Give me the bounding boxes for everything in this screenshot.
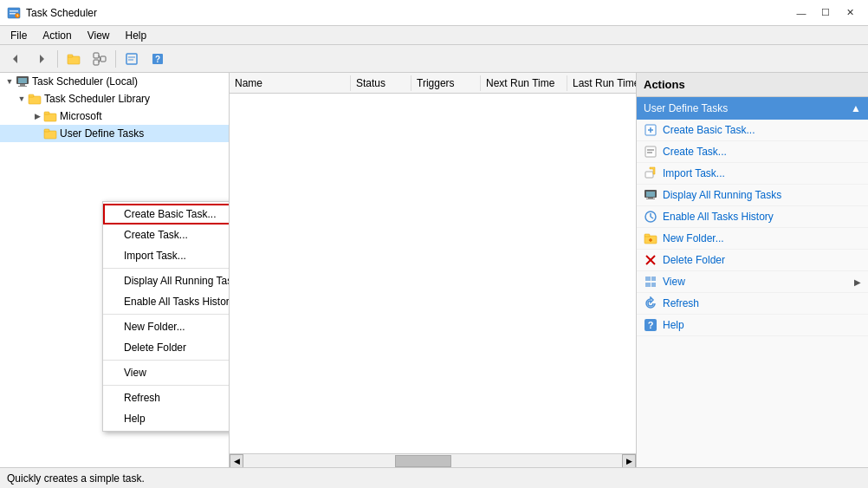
actions-section-header[interactable]: User Define Tasks ▲ [637, 97, 868, 120]
menu-bar: File Action View Help [0, 26, 868, 45]
ctx-view-label: View [124, 367, 146, 379]
status-text: Quickly creates a simple task. [7, 472, 145, 485]
svg-rect-7 [68, 55, 73, 57]
svg-rect-21 [18, 86, 27, 87]
action-create-task[interactable]: Create Task... [637, 141, 868, 163]
table-header: Name Status Triggers Next Run Time Last … [230, 73, 636, 94]
scroll-left-arrow[interactable]: ◀ [230, 454, 243, 468]
svg-text:?: ? [155, 55, 160, 64]
svg-rect-13 [126, 54, 137, 64]
actions-title-text: Actions [644, 78, 685, 91]
scrollbar-thumb[interactable] [395, 455, 452, 467]
folder-icon [67, 52, 81, 66]
menu-file[interactable]: File [3, 28, 34, 43]
menu-view[interactable]: View [81, 28, 117, 43]
ctx-sep-4 [103, 385, 230, 386]
ctx-create-task[interactable]: Create Task... [103, 224, 230, 245]
ctx-help[interactable]: Help [103, 408, 230, 429]
action-view[interactable]: View ▶ [637, 271, 868, 293]
display-running-icon [644, 188, 657, 202]
ctx-delete-folder[interactable]: Delete Folder [103, 337, 230, 358]
tree-root[interactable]: ▼ Task Scheduler (Local) [0, 73, 229, 90]
center-panel: Name Status Triggers Next Run Time Last … [230, 73, 636, 467]
back-icon [9, 52, 23, 66]
userdef-folder-icon [43, 127, 57, 140]
toolbar: ? [0, 45, 868, 73]
action-help[interactable]: ? Help [637, 315, 868, 336]
action-display-running[interactable]: Display All Running Tasks [637, 185, 868, 206]
delete-folder-icon [644, 253, 657, 267]
forward-button[interactable] [29, 49, 54, 69]
toolbar-separator-1 [57, 50, 58, 68]
action-new-folder[interactable]: New Folder... [637, 228, 868, 250]
col-name: Name [230, 75, 351, 91]
action-import-task[interactable]: Import Task... [637, 163, 868, 185]
svg-line-41 [651, 217, 653, 218]
svg-rect-36 [646, 192, 655, 197]
ctx-new-folder[interactable]: New Folder... [103, 316, 230, 337]
h-scrollbar[interactable]: ◀ ▶ [230, 453, 636, 467]
ctx-sep-3 [103, 360, 230, 361]
ctx-enable-history[interactable]: Enable All Tasks History [103, 291, 230, 312]
tree-root-label: Task Scheduler (Local) [32, 75, 138, 88]
help-icon: ? [644, 318, 657, 332]
scroll-right-arrow[interactable]: ▶ [622, 454, 636, 468]
action-delete-folder[interactable]: Delete Folder [637, 250, 868, 271]
ctx-create-basic-label: Create Basic Task... [124, 208, 217, 220]
app-icon [7, 6, 21, 20]
ctx-import-task[interactable]: Import Task... [103, 245, 230, 266]
ctx-display-running[interactable]: Display All Running Tasks [103, 270, 230, 291]
minimize-button[interactable]: — [790, 4, 813, 22]
ctx-create-basic[interactable]: Create Basic Task... [103, 204, 230, 224]
ctx-help-label: Help [124, 413, 146, 425]
window-controls: — ☐ ✕ [790, 4, 861, 22]
folder-button[interactable] [62, 49, 86, 69]
svg-rect-37 [648, 198, 653, 198]
action-delete-folder-label: Delete Folder [663, 254, 861, 266]
tree-library[interactable]: ▼ Task Scheduler Library [0, 90, 229, 107]
action-import-label: Import Task... [663, 167, 861, 179]
svg-rect-1 [10, 10, 18, 12]
action-create-basic-label: Create Basic Task... [663, 124, 861, 136]
help-toolbar-button[interactable]: ? [146, 49, 170, 69]
ctx-view[interactable]: View ▶ [103, 362, 230, 383]
ctx-create-task-label: Create Task... [124, 229, 188, 241]
ctx-sep-1 [103, 268, 230, 269]
svg-rect-10 [100, 56, 106, 62]
create-basic-icon [644, 123, 657, 137]
col-triggers: Triggers [411, 75, 481, 91]
actions-section-label: User Define Tasks [644, 102, 728, 114]
svg-rect-49 [651, 277, 656, 281]
tree-user-define[interactable]: ▶ User Define Tasks [0, 125, 229, 142]
library-expand-arrow: ▼ [16, 93, 28, 105]
library-folder-icon [28, 92, 42, 106]
svg-rect-22 [29, 96, 41, 104]
view-icon [644, 275, 657, 289]
action-help-label: Help [663, 319, 861, 331]
ctx-refresh[interactable]: Refresh [103, 387, 230, 408]
action-new-folder-label: New Folder... [663, 232, 861, 244]
svg-rect-9 [94, 60, 99, 65]
toolbar-separator-2 [115, 50, 116, 68]
action-view-label: View [663, 276, 849, 288]
maximize-button[interactable]: ☐ [814, 4, 837, 22]
close-button[interactable]: ✕ [839, 4, 861, 22]
back-button[interactable] [3, 49, 28, 69]
tree-toggle-button[interactable] [87, 49, 112, 69]
tree-library-label: Task Scheduler Library [44, 93, 150, 105]
svg-text:?: ? [648, 320, 654, 330]
col-last-run: Last Run Time [567, 75, 636, 91]
menu-action[interactable]: Action [36, 28, 78, 43]
svg-rect-27 [44, 129, 49, 132]
tree-microsoft[interactable]: ▶ Microsoft [0, 107, 229, 125]
action-refresh[interactable]: Refresh [637, 293, 868, 315]
microsoft-folder-icon [43, 109, 57, 123]
action-create-basic[interactable]: Create Basic Task... [637, 120, 868, 141]
svg-rect-50 [645, 283, 651, 287]
svg-rect-51 [651, 283, 656, 287]
menu-help[interactable]: Help [119, 28, 154, 43]
svg-rect-2 [10, 13, 16, 15]
action-enable-history[interactable]: Enable All Tasks History [637, 206, 868, 228]
properties-button[interactable] [120, 49, 144, 69]
computer-icon [16, 75, 29, 88]
